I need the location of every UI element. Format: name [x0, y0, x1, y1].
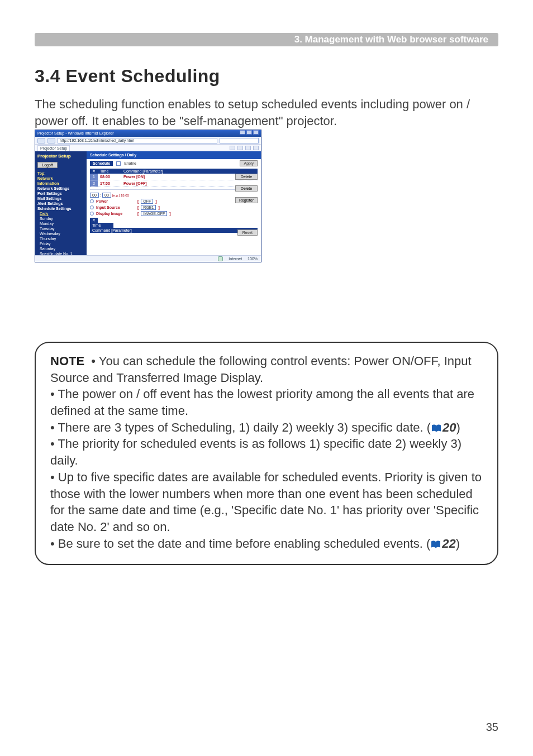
note-p3-ref: 20 — [442, 420, 456, 434]
forward-icon[interactable] — [47, 138, 55, 143]
table-head-2: # Time Command [Parameter] — [90, 218, 258, 233]
note-p3-pre: • There are 3 types of Scheduling, 1) da… — [50, 420, 431, 434]
right-button-column: Delete Delete Register — [235, 174, 258, 203]
close-icon[interactable] — [253, 130, 259, 135]
minimize-icon[interactable] — [240, 130, 245, 135]
sidebar-item-port-settings[interactable]: Port Settings — [37, 192, 84, 195]
note-p3: • There are 3 types of Scheduling, 1) da… — [50, 419, 483, 436]
reset-button[interactable]: Reset — [237, 229, 258, 236]
note-p4: • The priority for scheduled events is a… — [50, 436, 483, 468]
book-icon — [431, 424, 442, 433]
chapter-header-bar: 3. Management with Web browser software — [35, 33, 498, 46]
note-box: NOTE • You can schedule the following co… — [35, 342, 498, 565]
page-number: 35 — [486, 721, 498, 734]
note-p1-text: • You can schedule the following control… — [50, 354, 472, 385]
delete-button-1[interactable]: Delete — [235, 174, 258, 180]
book-icon — [430, 540, 441, 549]
select-power[interactable]: OFF — [141, 199, 153, 204]
note-p6-ref: 22 — [442, 537, 455, 551]
logoff-button[interactable]: Logoff — [37, 162, 58, 168]
delete-button-2[interactable]: Delete — [235, 185, 258, 192]
browser-tab[interactable]: Projector Setup — [37, 145, 70, 151]
note-p6: • Be sure to set the date and time befor… — [50, 535, 483, 552]
register-button[interactable]: Register — [235, 197, 258, 203]
options-block: 00: 00 [e.g.] 18:05 Power [OFF] Input So… — [90, 189, 258, 233]
note-p6-post: ) — [456, 537, 460, 551]
sidebar-item-network-settings[interactable]: Network Settings — [37, 186, 84, 190]
opt-row-image: Display Image [IMAGE-OFF] — [90, 211, 258, 216]
opt-row-input: Input Source [RGB1] — [90, 205, 258, 210]
home-icon[interactable] — [230, 146, 235, 150]
tools-icon[interactable] — [253, 146, 259, 150]
back-icon[interactable] — [37, 138, 45, 143]
select-input[interactable]: RGB1 — [141, 205, 156, 210]
cell-time: 08:00 — [98, 174, 121, 180]
internet-zone-icon — [218, 256, 223, 261]
sidebar: Projector Setup Logoff Top: Network Info… — [35, 151, 87, 255]
sidebar-sub-saturday[interactable]: Saturday — [40, 247, 84, 251]
sidebar-sub-daily[interactable]: Daily — [40, 212, 84, 216]
enable-checkbox[interactable] — [116, 161, 121, 166]
note-p2: • The power on / off event has the lowes… — [50, 386, 483, 419]
sidebar-item-information[interactable]: Information — [37, 181, 84, 185]
th-cmd: Command [Parameter] — [121, 169, 258, 174]
sidebar-item-top[interactable]: Top: — [37, 171, 84, 175]
page-icon[interactable] — [245, 146, 251, 150]
maximize-icon[interactable] — [246, 130, 252, 135]
sidebar-item-mail-settings[interactable]: Mail Settings — [37, 197, 84, 200]
sidebar-sub-tuesday[interactable]: Tuesday — [40, 227, 84, 231]
schedule-label: Schedule — [90, 161, 113, 166]
sidebar-item-network[interactable]: Network — [37, 176, 84, 180]
th-num: # — [90, 169, 98, 174]
sidebar-sub-specific-3[interactable]: Specific date No. 3 — [40, 262, 84, 262]
sidebar-item-alert-settings[interactable]: Alert Settings — [37, 202, 84, 205]
window-buttons — [240, 130, 259, 137]
note-p1: NOTE • You can schedule the following co… — [50, 353, 483, 386]
time-input-group: 00: 00 [e.g.] 18:05 — [90, 193, 258, 198]
sidebar-sub-friday[interactable]: Friday — [40, 242, 84, 246]
search-box[interactable] — [220, 138, 259, 143]
cell-time: 17:00 — [98, 180, 121, 186]
table-head: # Time Command [Parameter] — [90, 169, 258, 174]
th2-cmd: Command [Parameter] — [90, 228, 258, 233]
sidebar-item-schedule-settings[interactable]: Schedule Settings — [37, 207, 84, 210]
opt-label-input: Input Source — [96, 205, 135, 209]
status-zone-text: Internet — [229, 257, 242, 261]
status-zoom-text: 100% — [248, 257, 258, 261]
minute-input[interactable]: 00 — [102, 193, 111, 198]
sidebar-sub-thursday[interactable]: Thursday — [40, 237, 84, 241]
address-bar: http://192.168.1.10/admin/sched_daily.ht… — [35, 137, 261, 145]
hour-input[interactable]: 00 — [90, 193, 99, 198]
note-p6-pre: • Be sure to set the date and time befor… — [50, 537, 430, 551]
window-titlebar: Projector Setup - Windows Internet Explo… — [35, 130, 261, 137]
event-table: # Time Command [Parameter] 1 08:00 Power… — [90, 169, 258, 187]
select-image[interactable]: IMAGE-OFF — [141, 211, 167, 216]
radio-image[interactable] — [90, 212, 94, 216]
cell-num: 1 — [90, 174, 98, 180]
table-row[interactable]: 1 08:00 Power [ON] — [90, 174, 258, 180]
opt-label-power: Power — [96, 199, 135, 203]
main-panel: Schedule Settings / Daily Schedule Enabl… — [87, 151, 261, 255]
url-field[interactable]: http://192.168.1.10/admin/sched_daily.ht… — [58, 138, 217, 143]
sidebar-sub-sunday[interactable]: Sunday — [40, 217, 84, 221]
chapter-header-text: 3. Management with Web browser software — [294, 34, 488, 45]
th-time: Time — [98, 169, 121, 174]
note-p3-post: ) — [456, 420, 460, 434]
print-icon[interactable] — [237, 146, 243, 150]
time-example-label: [e.g.] 18:05 — [112, 194, 129, 197]
section-title: 3.4 Event Scheduling — [35, 66, 220, 87]
window-title-text: Projector Setup - Windows Internet Explo… — [37, 130, 114, 137]
screenshot-body: Projector Setup Logoff Top: Network Info… — [35, 151, 261, 255]
note-label: NOTE — [50, 354, 84, 368]
toolbar: Projector Setup — [35, 145, 261, 151]
sidebar-sub-wednesday[interactable]: Wednesday — [40, 232, 84, 236]
cell-num: 2 — [90, 180, 98, 186]
table-row[interactable]: 2 17:00 Power [OFF] — [90, 180, 258, 187]
opt-label-image: Display Image — [96, 212, 135, 216]
enable-label: Enable — [124, 161, 136, 165]
sidebar-sub-monday[interactable]: Monday — [40, 222, 84, 226]
apply-button[interactable]: Apply — [240, 160, 258, 166]
note-p5: • Up to five specific dates are availabl… — [50, 469, 483, 535]
radio-input[interactable] — [90, 205, 94, 209]
radio-power[interactable] — [90, 199, 94, 203]
